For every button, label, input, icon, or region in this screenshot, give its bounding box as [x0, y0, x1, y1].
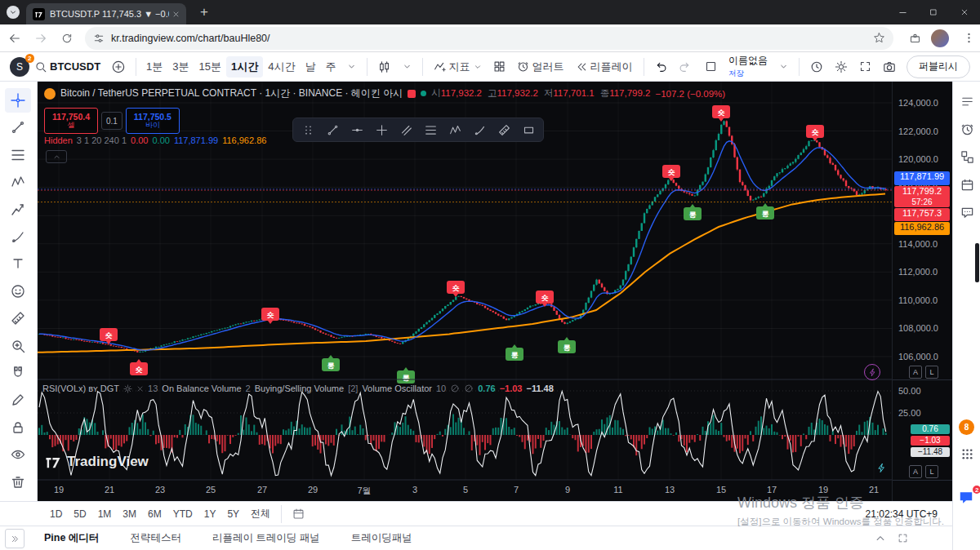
publish-button[interactable]: 퍼블리시	[906, 55, 970, 78]
alert-button[interactable]: 얼러트	[511, 55, 570, 78]
brush-tool[interactable]	[5, 224, 31, 249]
left-panel-toggle-button[interactable]	[5, 529, 24, 548]
scale-mode-A-button[interactable]: A	[909, 465, 922, 478]
alerts-icon[interactable]	[959, 121, 975, 137]
panel-tab[interactable]: 전략테스터	[130, 531, 181, 545]
lock-tool[interactable]	[5, 415, 31, 440]
float-cross-line[interactable]	[370, 120, 393, 140]
crosshair-tool[interactable]	[5, 88, 31, 113]
text-tool[interactable]	[5, 251, 31, 276]
layout-select-checkbox[interactable]	[699, 55, 723, 78]
boost-bolt-icon[interactable]	[864, 364, 880, 380]
timeframe-3분[interactable]: 3분	[167, 56, 194, 78]
range-6M[interactable]: 6M	[142, 505, 167, 523]
layout-name-button[interactable]: 이름없음 저장	[723, 55, 773, 78]
range-전체[interactable]: 전체	[245, 505, 276, 523]
measure-tool[interactable]	[5, 306, 31, 330]
chat-icon[interactable]	[959, 204, 975, 220]
maximize-icon[interactable]	[918, 0, 949, 24]
fullscreen-icon[interactable]	[853, 55, 877, 78]
legend-collapse-button[interactable]	[46, 150, 67, 163]
timeframe-chevron-icon[interactable]	[341, 55, 362, 78]
osc-settings-icon[interactable]	[123, 384, 132, 393]
replay-button[interactable]: 리플레이	[570, 55, 639, 78]
panel-tab[interactable]: 트레이딩패널	[351, 531, 412, 545]
indicators-button[interactable]: 지표	[428, 55, 488, 78]
float-parallel-channel[interactable]	[394, 120, 417, 140]
xabcd-pattern-tool[interactable]	[5, 170, 31, 194]
float-trend-line[interactable]	[321, 120, 344, 140]
timeframe-1시간[interactable]: 1시간	[226, 56, 263, 78]
apps-grid-icon[interactable]	[959, 446, 975, 462]
fib-retracement-tool[interactable]	[5, 143, 31, 167]
back-icon[interactable]	[3, 27, 26, 50]
buy-button[interactable]: 117,750.5 바이	[126, 108, 180, 134]
timeframe-4시간[interactable]: 4시간	[263, 56, 300, 78]
eye-tool[interactable]	[5, 442, 31, 467]
forecast-tool[interactable]	[5, 197, 31, 222]
bookmark-star-icon[interactable]	[873, 32, 885, 44]
chart-style-chevron-icon[interactable]	[397, 55, 417, 78]
sell-button[interactable]: 117,750.4 셀	[44, 108, 98, 134]
browser-menu-icon[interactable]	[957, 27, 980, 50]
timeframe-15분[interactable]: 15분	[194, 56, 226, 78]
osc-hide-icon[interactable]	[450, 384, 460, 393]
symbol-legend[interactable]: Bitcoin / TetherUS PERPETUAL CONTRACT · …	[44, 86, 725, 100]
timeframe-날[interactable]: 날	[301, 56, 321, 78]
float-rectangle[interactable]	[517, 120, 540, 140]
layout-grid-icon[interactable]	[488, 55, 511, 78]
range-3M[interactable]: 3M	[117, 505, 142, 523]
chart-canvas[interactable]: 숏숏숏숏숏숏숏숏롱롱롱롱롱롱 Bitcoin / TetherUS PERPET…	[38, 82, 892, 501]
osc-hide-icon[interactable]	[464, 384, 474, 393]
scale-mode-A-button[interactable]: A	[909, 366, 922, 379]
trend-line-tool[interactable]	[5, 115, 31, 140]
url-bar[interactable]: kr.tradingview.com/chart/bauHle80/	[85, 27, 893, 50]
layout-chevron-icon[interactable]	[773, 55, 794, 78]
range-1M[interactable]: 1M	[92, 505, 118, 523]
scrollbar-thumb[interactable]	[975, 243, 979, 282]
close-icon[interactable]	[949, 0, 980, 24]
calendar-icon[interactable]	[959, 176, 975, 193]
timeframe-1분[interactable]: 1분	[141, 56, 167, 78]
oscillator-bolt-icon[interactable]	[875, 462, 887, 473]
chart-style-icon[interactable]	[372, 55, 397, 78]
timeframe-주[interactable]: 주	[321, 56, 341, 78]
reload-icon[interactable]	[56, 27, 78, 50]
range-5D[interactable]: 5D	[68, 505, 91, 523]
symbol-search-button[interactable]: BTCUSDT	[29, 55, 106, 78]
float-brush[interactable]	[468, 120, 491, 140]
range-1D[interactable]: 1D	[44, 505, 68, 523]
float-fib-retracement[interactable]	[419, 120, 442, 140]
panel-collapse-chevron-icon[interactable]	[875, 533, 886, 544]
undo-icon[interactable]	[649, 55, 673, 78]
panel-tab[interactable]: Pine 에디터	[44, 531, 99, 545]
osc-close-icon[interactable]	[136, 385, 144, 393]
history-icon[interactable]	[804, 55, 829, 78]
compare-add-icon[interactable]	[106, 55, 131, 78]
float-measure[interactable]	[492, 120, 515, 140]
panel-tab[interactable]: 리플레이 트레이딩 패널	[212, 531, 320, 545]
panel-expand-icon[interactable]	[898, 533, 908, 544]
range-1Y[interactable]: 1Y	[198, 505, 222, 523]
notifications-badge[interactable]: 8	[959, 419, 974, 435]
tab-close-icon[interactable]	[172, 11, 180, 18]
trash-tool[interactable]	[5, 470, 31, 495]
watchlist-icon[interactable]	[959, 93, 975, 109]
settings-gear-icon[interactable]	[829, 55, 853, 78]
oscillator-legend[interactable]: RSI(VOLx) ʙʏ DGT13On Balance Volume2Buyi…	[42, 384, 554, 393]
price-scale[interactable]: 124,000.0122,000.0120,000.0118,000.0116,…	[892, 82, 952, 501]
scale-mode-L-button[interactable]: L	[925, 465, 938, 478]
site-info-icon[interactable]	[93, 33, 105, 44]
support-chat-icon[interactable]: 2	[958, 490, 974, 509]
emoji-tool[interactable]	[5, 279, 31, 304]
zoom-in-tool[interactable]	[5, 334, 31, 358]
forward-icon[interactable]	[29, 27, 52, 50]
browser-tab[interactable]: BTCUSDT.P 117,745.3 ▼ −0.06%	[26, 3, 186, 24]
minimize-icon[interactable]	[887, 0, 918, 24]
user-avatar[interactable]: S 2	[10, 57, 29, 77]
object-tree-icon[interactable]	[959, 149, 975, 165]
float-drag-handle[interactable]	[296, 120, 319, 140]
browser-profile-avatar[interactable]	[931, 29, 949, 47]
new-tab-button[interactable]: +	[194, 2, 214, 22]
float-horizontal-line[interactable]	[345, 120, 368, 140]
